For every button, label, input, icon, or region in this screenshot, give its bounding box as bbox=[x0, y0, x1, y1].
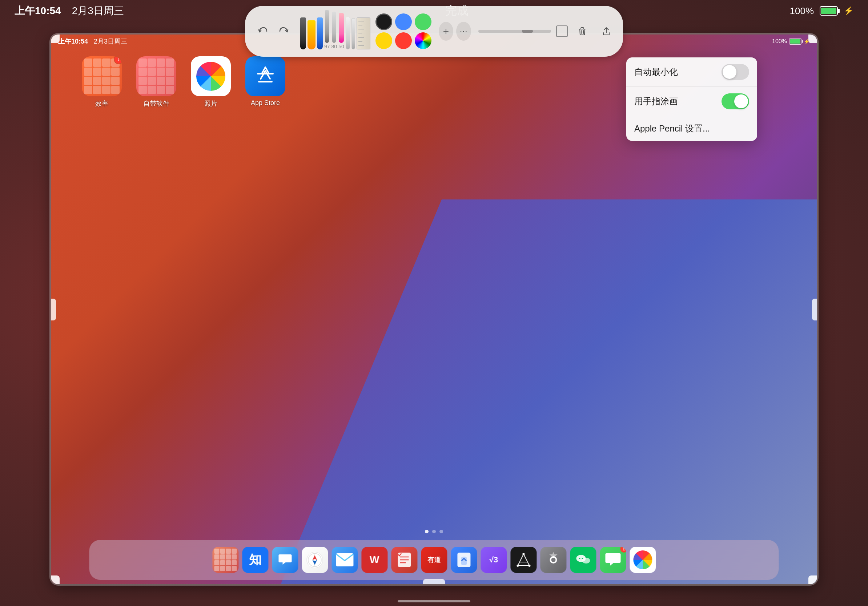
auto-minimize-label: 自动最小化 bbox=[634, 66, 678, 78]
svg-point-18 bbox=[581, 558, 583, 559]
color-black[interactable] bbox=[375, 14, 392, 30]
svg-point-14 bbox=[528, 564, 530, 567]
color-blue[interactable] bbox=[395, 14, 412, 30]
ipad-battery-icon bbox=[789, 38, 801, 45]
status-date: 2月3日周三 bbox=[72, 4, 124, 18]
pencil-settings-label: Apple Pencil 设置... bbox=[634, 123, 710, 134]
undo-redo-group bbox=[252, 21, 294, 42]
app-icon-zidai bbox=[136, 56, 176, 96]
tool-label-50: 50 bbox=[338, 43, 344, 49]
dock-icon-safari[interactable] bbox=[302, 547, 328, 573]
battery-percentage: 100% bbox=[790, 5, 814, 17]
dock: 知 W bbox=[89, 540, 778, 580]
ipad-time: 上午10:54 bbox=[58, 37, 88, 46]
ipad-battery-fill bbox=[790, 39, 800, 43]
dock-icon-mail[interactable] bbox=[332, 547, 358, 573]
redo-button[interactable] bbox=[274, 21, 294, 42]
checkbox-icon[interactable] bbox=[556, 25, 568, 37]
app-label-appstore: App Store bbox=[251, 99, 280, 107]
dropdown-auto-minimize[interactable]: 自动最小化 bbox=[626, 57, 757, 87]
tool-pencil-thin2[interactable]: 80 bbox=[332, 12, 337, 49]
toolbar-scrollbar[interactable] bbox=[478, 30, 551, 33]
dock-icon-mathsolver[interactable]: √3 bbox=[480, 547, 507, 573]
tool-white-pencil1[interactable] bbox=[346, 17, 350, 49]
ipad-battery-percent: 100% bbox=[772, 38, 787, 45]
auto-minimize-knob bbox=[722, 65, 736, 79]
ipad-battery: 100% ⚡ bbox=[772, 38, 810, 45]
color-red[interactable] bbox=[395, 32, 412, 49]
tool-ruler[interactable] bbox=[356, 17, 370, 49]
dock-icon-wps[interactable]: W bbox=[361, 547, 388, 573]
dock-icon-launchpad[interactable] bbox=[212, 547, 239, 573]
tool-eraser[interactable]: 50 bbox=[338, 13, 344, 49]
app-icon-photos bbox=[191, 56, 231, 96]
wallpaper-shape bbox=[281, 199, 817, 584]
app-label-xiaolv: 效率 bbox=[95, 99, 108, 108]
app-item-xiaolv[interactable]: ! 效率 bbox=[80, 56, 124, 108]
crop-corner-tl[interactable] bbox=[51, 34, 60, 43]
dropdown-finger-draw[interactable]: 用手指涂画 bbox=[626, 87, 757, 116]
delete-button[interactable] bbox=[573, 22, 592, 41]
svg-point-13 bbox=[516, 564, 519, 567]
page-dot-3 bbox=[439, 530, 443, 533]
dropdown-pencil-settings[interactable]: Apple Pencil 设置... bbox=[626, 116, 757, 141]
svg-point-12 bbox=[522, 553, 524, 555]
finger-draw-label: 用手指涂画 bbox=[634, 96, 678, 107]
bolt-icon: ⚡ bbox=[844, 6, 854, 15]
finger-draw-knob bbox=[734, 94, 748, 108]
colors-area bbox=[375, 14, 431, 49]
page-dots bbox=[425, 530, 443, 533]
undo-button[interactable] bbox=[252, 21, 273, 42]
color-wheel[interactable] bbox=[415, 32, 431, 49]
app-label-zidai: 自带软件 bbox=[143, 99, 169, 108]
app-label-photos: 照片 bbox=[204, 99, 217, 108]
dock-icon-vectornator[interactable] bbox=[510, 547, 536, 573]
share-button[interactable] bbox=[597, 22, 616, 41]
dock-icon-youdao[interactable]: 有道 bbox=[421, 547, 447, 573]
svg-point-17 bbox=[579, 558, 580, 559]
photos-pinwheel bbox=[196, 62, 225, 91]
tool-label-97: 97 bbox=[324, 43, 330, 49]
add-color-button[interactable]: + bbox=[439, 22, 454, 41]
crop-handle-bottom[interactable] bbox=[423, 579, 445, 584]
dock-icon-settings[interactable] bbox=[540, 547, 566, 573]
dock-icon-zhihu[interactable]: 知 bbox=[242, 547, 268, 573]
crop-handle-left[interactable] bbox=[51, 298, 56, 320]
dock-icon-wechat[interactable] bbox=[570, 547, 596, 573]
battery-fill bbox=[821, 8, 836, 14]
finger-draw-toggle[interactable] bbox=[722, 93, 749, 109]
app-item-appstore[interactable]: App Store bbox=[243, 56, 287, 108]
dropdown-menu: 自动最小化 用手指涂画 Apple Pencil 设置... bbox=[626, 57, 757, 141]
tool-pencil-black[interactable] bbox=[300, 17, 306, 49]
tool-pencil-thin1[interactable]: 97 bbox=[324, 10, 330, 49]
crop-corner-br[interactable] bbox=[808, 575, 817, 584]
app-item-zidai[interactable]: 自带软件 bbox=[135, 56, 178, 108]
svg-point-16 bbox=[582, 558, 590, 563]
dock-icon-photos[interactable] bbox=[629, 547, 656, 573]
dock-icon-messages[interactable]: 1 bbox=[600, 547, 626, 573]
svg-rect-6 bbox=[336, 553, 353, 566]
more-options-button[interactable]: ··· bbox=[456, 22, 471, 41]
ipad-date: 2月3日周三 bbox=[94, 37, 127, 46]
crop-corner-tr[interactable] bbox=[808, 34, 817, 43]
dock-icon-todolist[interactable] bbox=[391, 547, 417, 573]
appstore-svg bbox=[253, 63, 278, 89]
status-bar-right: 100% ⚡ bbox=[790, 5, 854, 17]
dock-icon-messages-mini[interactable] bbox=[272, 547, 298, 573]
app-item-photos[interactable]: 照片 bbox=[189, 56, 232, 108]
color-green[interactable] bbox=[415, 14, 431, 30]
color-yellow[interactable] bbox=[375, 32, 392, 49]
app-icon-appstore bbox=[245, 56, 285, 96]
tool-marker-yellow[interactable] bbox=[307, 20, 316, 49]
crop-handle-right[interactable] bbox=[812, 298, 817, 320]
tool-pen-blue[interactable] bbox=[317, 17, 323, 49]
tools-area: 97 80 50 bbox=[300, 9, 370, 53]
drawing-toolbar: 97 80 50 bbox=[245, 6, 623, 57]
status-time: 上午10:54 bbox=[14, 4, 61, 18]
crop-corner-bl[interactable] bbox=[51, 575, 60, 584]
battery-icon bbox=[820, 6, 838, 15]
tool-white-pencil2[interactable] bbox=[352, 18, 355, 49]
auto-minimize-toggle[interactable] bbox=[722, 64, 749, 80]
page-dot-2 bbox=[432, 530, 436, 533]
dock-icon-goodnotes[interactable] bbox=[451, 547, 477, 573]
